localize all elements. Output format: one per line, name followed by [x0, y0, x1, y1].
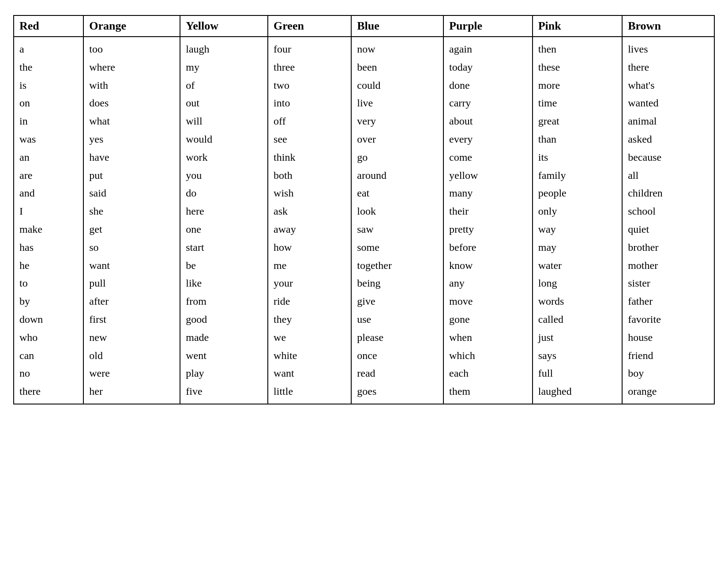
word-cell-brown: house — [622, 329, 714, 347]
word-cell-blue: some — [351, 238, 443, 257]
word-cell-orange: with — [83, 76, 180, 94]
word-cell-brown: father — [622, 292, 714, 310]
word-cell-brown: favorite — [622, 310, 714, 329]
word-cell-yellow: here — [180, 202, 268, 220]
word-cell-purple: again — [443, 37, 533, 58]
word-cell-purple: each — [443, 364, 533, 382]
word-cell-green: ride — [268, 292, 351, 310]
word-cell-red: to — [14, 274, 83, 292]
word-cell-pink: laughed — [533, 382, 622, 404]
word-cell-yellow: my — [180, 58, 268, 76]
word-cell-green: white — [268, 347, 351, 365]
word-cell-red: down — [14, 310, 83, 329]
word-cell-green: think — [268, 148, 351, 166]
word-cell-green: your — [268, 274, 351, 292]
word-cell-green: wish — [268, 184, 351, 202]
word-cell-orange: after — [83, 292, 180, 310]
word-cell-brown: mother — [622, 257, 714, 275]
word-cell-red: are — [14, 166, 83, 185]
word-cell-red: an — [14, 148, 83, 166]
word-cell-green: two — [268, 76, 351, 94]
word-cell-yellow: good — [180, 310, 268, 329]
word-cell-yellow: one — [180, 220, 268, 238]
table-row: byafterfromridegivemovewordsfather — [14, 292, 714, 310]
word-cell-pink: may — [533, 238, 622, 257]
word-cell-purple: pretty — [443, 220, 533, 238]
word-cell-red: make — [14, 220, 83, 238]
word-cell-pink: these — [533, 58, 622, 76]
word-cell-yellow: work — [180, 148, 268, 166]
word-cell-green: we — [268, 329, 351, 347]
word-cell-blue: use — [351, 310, 443, 329]
word-cell-green: me — [268, 257, 351, 275]
word-cell-purple: know — [443, 257, 533, 275]
word-cell-purple: many — [443, 184, 533, 202]
word-cell-orange: new — [83, 329, 180, 347]
column-header-red: Red — [14, 15, 83, 37]
word-cell-brown: orange — [622, 382, 714, 404]
word-cell-red: was — [14, 130, 83, 148]
table-row: Ishehereasklooktheironlyschool — [14, 202, 714, 220]
word-cell-purple: yellow — [443, 166, 533, 185]
word-cell-pink: than — [533, 130, 622, 148]
word-cell-red: is — [14, 76, 83, 94]
table-row: inwhatwilloffveryaboutgreatanimal — [14, 112, 714, 130]
table-row: anhaveworkthinkgocomeitsbecause — [14, 148, 714, 166]
word-cell-blue: being — [351, 274, 443, 292]
word-cell-blue: together — [351, 257, 443, 275]
word-cell-yellow: be — [180, 257, 268, 275]
table-row: topulllikeyourbeinganylongsister — [14, 274, 714, 292]
word-cell-orange: said — [83, 184, 180, 202]
word-cell-purple: their — [443, 202, 533, 220]
word-cell-yellow: you — [180, 166, 268, 185]
word-cell-yellow: of — [180, 76, 268, 94]
word-cell-blue: please — [351, 329, 443, 347]
column-header-green: Green — [268, 15, 351, 37]
table-row: whonewmadewepleasewhenjusthouse — [14, 329, 714, 347]
word-cell-yellow: five — [180, 382, 268, 404]
word-cell-brown: quiet — [622, 220, 714, 238]
table-row: nowereplaywantreadeachfullboy — [14, 364, 714, 382]
word-cell-purple: about — [443, 112, 533, 130]
word-cell-yellow: out — [180, 94, 268, 112]
word-cell-yellow: from — [180, 292, 268, 310]
word-cell-orange: put — [83, 166, 180, 185]
word-cell-yellow: start — [180, 238, 268, 257]
word-cell-brown: friend — [622, 347, 714, 365]
word-cell-blue: go — [351, 148, 443, 166]
word-cell-green: both — [268, 166, 351, 185]
word-cell-brown: brother — [622, 238, 714, 257]
table-row: ondoesoutintolivecarrytimewanted — [14, 94, 714, 112]
word-cell-blue: now — [351, 37, 443, 58]
word-cell-purple: them — [443, 382, 533, 404]
word-cell-pink: just — [533, 329, 622, 347]
word-cell-brown: boy — [622, 364, 714, 382]
column-header-yellow: Yellow — [180, 15, 268, 37]
table-row: thereherfivelittlegoesthemlaughedorange — [14, 382, 714, 404]
word-cell-pink: way — [533, 220, 622, 238]
column-header-purple: Purple — [443, 15, 533, 37]
word-cell-purple: gone — [443, 310, 533, 329]
word-cell-orange: yes — [83, 130, 180, 148]
word-cell-pink: more — [533, 76, 622, 94]
word-cell-orange: does — [83, 94, 180, 112]
word-list-table: RedOrangeYellowGreenBluePurplePinkBrown … — [13, 15, 715, 404]
word-cell-green: see — [268, 130, 351, 148]
word-cell-green: they — [268, 310, 351, 329]
table-row: canoldwentwhiteoncewhichsaysfriend — [14, 347, 714, 365]
word-cell-blue: once — [351, 347, 443, 365]
word-cell-yellow: will — [180, 112, 268, 130]
word-cell-red: can — [14, 347, 83, 365]
word-cell-orange: where — [83, 58, 180, 76]
word-cell-pink: says — [533, 347, 622, 365]
table-row: andsaiddowisheatmanypeoplechildren — [14, 184, 714, 202]
table-row: hassostarthowsomebeforemaybrother — [14, 238, 714, 257]
word-cell-green: little — [268, 382, 351, 404]
word-cell-orange: first — [83, 310, 180, 329]
word-cell-orange: get — [83, 220, 180, 238]
table-row: areputyoubotharoundyellowfamilyall — [14, 166, 714, 185]
word-cell-green: want — [268, 364, 351, 382]
word-cell-red: on — [14, 94, 83, 112]
word-cell-green: off — [268, 112, 351, 130]
word-cell-brown: asked — [622, 130, 714, 148]
